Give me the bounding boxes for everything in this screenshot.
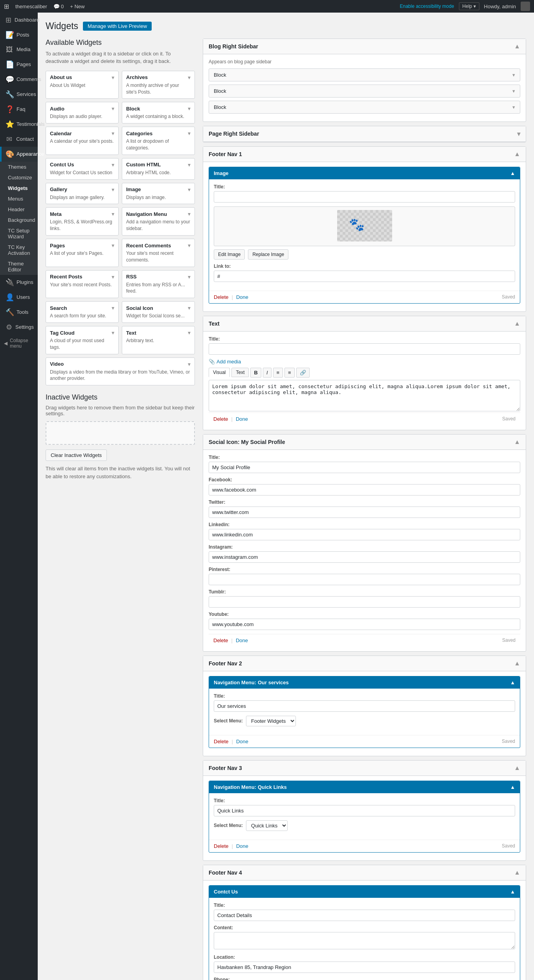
replace-image-button[interactable]: Replace Image (248, 249, 288, 260)
widget-arrow-icon[interactable]: ▾ (112, 211, 114, 217)
widget-item-recent-posts[interactable]: Recent Posts ▾ Your site's most recent P… (46, 270, 119, 298)
sidebar-item-contact[interactable]: ✉ Contact (0, 132, 38, 147)
widget-arrow-icon[interactable]: ▾ (112, 130, 114, 136)
widget-arrow-icon[interactable]: ▾ (188, 130, 191, 136)
text-title-input[interactable] (209, 343, 520, 355)
twitter-input[interactable] (209, 507, 520, 518)
site-name-link[interactable]: themescaliber (15, 4, 47, 9)
widget-arrow-icon[interactable]: ▾ (188, 361, 191, 367)
text-tab[interactable]: Text (231, 368, 249, 377)
widget-arrow-icon[interactable]: ▾ (112, 330, 114, 336)
image-title-input[interactable] (214, 191, 515, 203)
footer-nav3-header[interactable]: Footer Nav 3 ▲ (203, 761, 526, 776)
sidebar-item-comments[interactable]: 💬 Comments (0, 72, 38, 87)
widget-item-rss[interactable]: RSS ▾ Entries from any RSS or A... feed. (122, 270, 195, 298)
sub-item-themes[interactable]: Themes (0, 162, 38, 172)
contact-content-textarea[interactable] (214, 932, 515, 949)
widget-arrow-icon[interactable]: ▾ (188, 162, 191, 168)
image-widget-header[interactable]: Image ▲ (209, 167, 520, 179)
done-link[interactable]: Done (236, 294, 248, 300)
contact-location-input[interactable] (214, 962, 515, 973)
enable-accessibility-link[interactable]: Enable accessibility mode (400, 4, 454, 9)
delete-link[interactable]: Delete (214, 294, 229, 300)
widget-arrow-icon[interactable]: ▾ (112, 74, 114, 81)
sub-item-theme-editor[interactable]: Theme Editor (0, 258, 38, 275)
block-arrow-icon[interactable]: ▾ (512, 104, 515, 110)
done-link[interactable]: Done (236, 739, 248, 744)
widget-arrow-icon[interactable]: ▾ (188, 242, 191, 249)
widget-item-navigation-menu[interactable]: Navigation Menu ▾ Add a navigation menu … (122, 207, 195, 236)
contact-widget-collapse-icon[interactable]: ▲ (510, 889, 515, 895)
widget-arrow-icon[interactable]: ▾ (112, 305, 114, 311)
sidebar-item-settings[interactable]: ⚙ Settings (0, 320, 38, 335)
widget-item-audio[interactable]: Audio ▾ Displays an audio player. (46, 102, 119, 123)
block-widget-header[interactable]: Block ▾ (209, 101, 520, 113)
sidebar-item-appearance[interactable]: 🎨 Appearance (0, 147, 38, 162)
sub-item-menus[interactable]: Menus (0, 193, 38, 204)
facebook-input[interactable] (209, 484, 520, 496)
delete-link[interactable]: Delete (214, 843, 229, 849)
widget-item-about-us[interactable]: About us ▾ About Us Widget (46, 71, 119, 99)
panel-toggle-icon[interactable]: ▲ (514, 43, 520, 50)
widget-arrow-icon[interactable]: ▾ (112, 274, 114, 280)
panel-toggle-icon[interactable]: ▲ (514, 438, 520, 446)
panel-toggle-icon[interactable]: ▲ (514, 320, 520, 327)
nav3-menu-select[interactable]: Quick Links (246, 820, 288, 831)
widget-item-tag-cloud[interactable]: Tag Cloud ▾ A cloud of your most used ta… (46, 326, 119, 354)
widget-arrow-icon[interactable]: ▾ (188, 211, 191, 217)
panel-toggle-icon[interactable]: ▲ (514, 869, 520, 876)
sub-item-background[interactable]: Background (0, 215, 38, 225)
widget-arrow-icon[interactable]: ▾ (188, 105, 191, 112)
visual-tab[interactable]: Visual (209, 368, 230, 377)
edit-image-button[interactable]: Edit Image (214, 249, 245, 260)
widget-item-gallery[interactable]: Gallery ▾ Displays an image gallery. (46, 183, 119, 204)
text-content-editor[interactable]: Lorem ipsum dolor sit amet, consectetur … (209, 380, 520, 411)
done-link[interactable]: Done (236, 416, 248, 422)
panel-toggle-icon[interactable]: ▲ (514, 764, 520, 772)
nav-menu-widget-header[interactable]: Navigation Menu: Quick Links ▲ (209, 781, 520, 793)
widget-arrow-icon[interactable]: ▾ (112, 105, 114, 112)
nav-menu-widget-header[interactable]: Navigation Menu: Our services ▲ (209, 676, 520, 689)
widget-arrow-icon[interactable]: ▾ (188, 305, 191, 311)
sub-item-tc-key[interactable]: TC Key Activation (0, 242, 38, 258)
footer-nav1-header[interactable]: Footer Nav 1 ▲ (203, 147, 526, 162)
sidebar-item-plugins[interactable]: 🔌 Plugins (0, 275, 38, 290)
sidebar-item-services[interactable]: 🔧 Services (0, 87, 38, 102)
block-widget-header[interactable]: Block ▾ (209, 85, 520, 97)
widget-arrow-icon[interactable]: ▾ (188, 74, 191, 81)
widget-arrow-icon[interactable]: ▾ (112, 162, 114, 168)
widget-item-block[interactable]: Block ▾ A widget containing a block. (122, 102, 195, 123)
help-button[interactable]: Help ▾ (459, 2, 479, 10)
widget-item-video[interactable]: Video ▾ Displays a video from the media … (46, 357, 195, 386)
linkedin-input[interactable] (209, 529, 520, 540)
widget-item-image[interactable]: Image ▾ Displays an image. (122, 183, 195, 204)
italic-button[interactable]: I (263, 368, 272, 378)
widget-arrow-icon[interactable]: ▾ (112, 186, 114, 193)
social-icon-widget-header[interactable]: Social Icon: My Social Profile ▲ (203, 435, 526, 450)
sub-item-customize[interactable]: Customize (0, 172, 38, 183)
contact-title-input[interactable] (214, 910, 515, 921)
page-right-sidebar-header[interactable]: Page Right Sidebar ▾ (203, 126, 526, 142)
delete-link[interactable]: Delete (213, 416, 228, 422)
sidebar-item-testimonials[interactable]: ⭐ Testimonials (0, 117, 38, 132)
sidebar-item-media[interactable]: 🖼 Media (0, 42, 38, 57)
bold-button[interactable]: B (250, 368, 261, 378)
sub-item-tc-setup[interactable]: TC Setup Wizard (0, 225, 38, 242)
sidebar-item-posts[interactable]: 📝 Posts (0, 28, 38, 42)
clear-inactive-button[interactable]: Clear Inactive Widgets (46, 449, 107, 461)
tumblr-input[interactable] (209, 596, 520, 608)
sidebar-item-faq[interactable]: ❓ Faq (0, 102, 38, 117)
block-widget-header[interactable]: Block ▾ (209, 69, 520, 81)
nav3-title-input[interactable] (214, 805, 515, 816)
delete-link[interactable]: Delete (214, 739, 229, 744)
widget-arrow-icon[interactable]: ▾ (188, 186, 191, 193)
sub-item-widgets[interactable]: Widgets (0, 183, 38, 193)
block-arrow-icon[interactable]: ▾ (512, 72, 515, 78)
blog-right-sidebar-header[interactable]: Blog Right Sidebar ▲ (203, 39, 526, 54)
contact-widget-header[interactable]: Contct Us ▲ (209, 886, 520, 898)
sidebar-item-dashboard[interactable]: ⊞ Dashboard (0, 13, 38, 28)
text-widget-header[interactable]: Text ▲ (203, 316, 526, 332)
widget-item-categories[interactable]: Categories ▾ A list or dropdown of categ… (122, 127, 195, 155)
widget-item-text[interactable]: Text ▾ Arbitrary text. (122, 326, 195, 354)
nav-menu-collapse-icon[interactable]: ▲ (510, 680, 515, 685)
